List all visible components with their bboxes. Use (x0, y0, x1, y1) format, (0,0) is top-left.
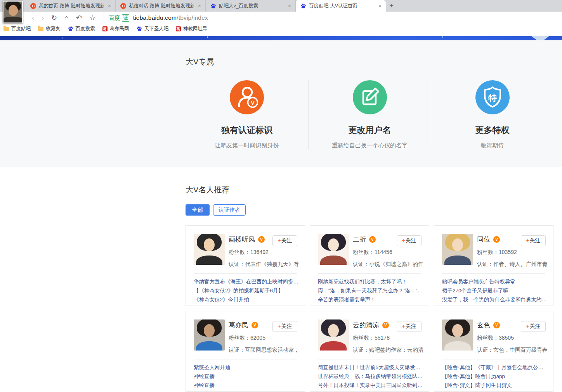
fans-count: 粉丝数：114456 (353, 249, 403, 256)
certification-text: 认证：小说《归墟之巅》的作... (353, 261, 423, 268)
fans-count: 粉丝数：136492 (229, 249, 279, 256)
post-link[interactable]: 简直是世界末日！世界前5大超级天灾爆发，灾... (318, 363, 423, 372)
follow-button[interactable]: +关注 (272, 321, 297, 332)
tab-close-icon[interactable]: × (377, 3, 383, 9)
post-link[interactable]: 刚纳新完就找我们打比赛，太坏了吧！ (318, 277, 423, 286)
avatar[interactable] (442, 234, 473, 265)
follow-button[interactable]: +关注 (521, 321, 546, 332)
filter-certified-author-button[interactable]: 认证作者 (213, 204, 246, 216)
post-link[interactable]: 【哑舍·贺文】陆子冈生日贺文 (442, 381, 547, 390)
photo-body (3, 17, 22, 22)
forward-icon[interactable]: › (42, 14, 44, 21)
post-link[interactable]: 辛苦的表演者需要掌声！ (318, 295, 423, 304)
bookmark-baidu-search[interactable]: 百度搜索 (68, 26, 95, 32)
avatar[interactable] (194, 234, 225, 265)
refresh-icon[interactable]: ↻ (51, 14, 57, 21)
plus-icon: + (402, 237, 405, 243)
plus-icon: + (402, 323, 405, 329)
fans-count: 粉丝数：103592 (477, 249, 527, 256)
fans-count: 粉丝数：55178 (353, 335, 403, 342)
divider (318, 273, 421, 274)
post-link[interactable]: 霞：“洛，如果有一天我死了怎么办？”洛：“我会... (318, 286, 423, 295)
user-name[interactable]: 画楼听风 (229, 235, 255, 244)
avatar[interactable] (318, 319, 349, 351)
bookmark-star-icon[interactable]: ☆ (89, 14, 95, 21)
tab-strip: 我的首页 微博-随时随地发现新鲜事 × 私信对话 微博-随时随地发现新鲜事 × … (0, 0, 562, 12)
fans-count: 粉丝数：38505 (477, 335, 527, 342)
browser-tab-tieba-vip-active[interactable]: 百度贴吧-大V认证首页 × (296, 0, 386, 12)
svg-text:V: V (384, 323, 387, 327)
feature-title: 独有认证标识 (186, 124, 308, 136)
avatar[interactable] (318, 234, 349, 265)
back-icon[interactable]: ‹ (32, 14, 34, 21)
browser-tab-weibo-home[interactable]: 我的首页 微博-随时随地发现新鲜事 × (26, 0, 116, 12)
undo-icon[interactable]: ↶ (76, 14, 82, 21)
feature-more-privileges: 特 更多特权 敬请期待 (431, 79, 553, 149)
follow-button[interactable]: +关注 (521, 235, 546, 246)
weibo-icon (30, 3, 36, 9)
svg-text:V: V (253, 323, 256, 327)
post-link[interactable]: 紫薇圣人网开通 (194, 363, 298, 372)
browser-tab-weibo-messages[interactable]: 私信对话 微博-随时随地发现新鲜事 × (116, 0, 206, 12)
feature-subtitle: 让吧友第一时间识别身份 (186, 142, 308, 149)
post-link[interactable]: 【哑舍·其他】《守藏》十月签售会地点公布！ (442, 363, 547, 372)
user-card: 二折 V 粉丝数：114456 认证：小说《归墟之巅》的作... +关注 刚纳新… (310, 225, 429, 306)
feature-rename: 更改用户名 重新给自己换一个心仪的名字 (308, 79, 431, 149)
filter-all-button[interactable]: 全部 (186, 204, 210, 216)
divider (318, 359, 421, 359)
certification-text: 认证：贴吧签约作家：云的清... (353, 347, 423, 354)
bookmark-geyimin[interactable]: 葛葛亦民网 (102, 26, 129, 32)
user-name[interactable]: 二折 (353, 235, 366, 244)
user-name[interactable]: 云的清凉 (353, 321, 379, 330)
baidu-paw-icon (210, 3, 216, 9)
tab-close-icon[interactable]: × (287, 3, 292, 9)
url-path: /tbvip/index (177, 14, 208, 21)
post-link[interactable]: 神经直播 (194, 381, 298, 390)
url-domain: tieba.baidu.com (133, 14, 177, 21)
certification-text: 认证：玄色，中国百万级青春... (477, 347, 547, 354)
follow-button[interactable]: +关注 (272, 235, 297, 246)
browser-tab-baidu-search[interactable]: 贴吧大v_百度搜索 × (206, 0, 296, 12)
home-icon[interactable]: ⌂ (64, 14, 69, 21)
celebrity-recommend-section: 大V名人推荐 全部 认证作者 画楼听风 V 粉丝数：13649 (0, 167, 562, 392)
plus-icon: + (278, 237, 281, 243)
post-link[interactable]: 世界杯最经典一战：马拉多纳带领阿根廷队，为... (318, 372, 423, 381)
post-link[interactable]: 神经直播 (194, 372, 298, 381)
feature-subtitle: 敬请期待 (431, 142, 553, 149)
post-link[interactable]: 号外！日本投降！实录中美日三国民众听到这个... (318, 381, 423, 390)
new-tab-button[interactable]: + (386, 0, 397, 12)
browser-profile-photo[interactable] (3, 1, 23, 23)
bookmark-tianxia-shengren[interactable]: 天下圣人吧 (137, 26, 169, 32)
post-list: 紫薇圣人网开通 神经直播 神经直播 (194, 363, 298, 390)
avatar[interactable] (194, 319, 225, 351)
address-bar[interactable]: 百度 证 tieba.baidu.com/tbvip/index (104, 13, 562, 22)
bookmark-shenjiao-nav[interactable]: 葛神教网址导 (176, 26, 208, 32)
tieba-vip-page: 大V专属 V 独有认证标识 让吧友第一时间识别身份 (0, 36, 562, 392)
post-link[interactable]: 华纳官方宣布《海王》在巴西的上映时间提档至... (194, 277, 298, 286)
weibo-icon (120, 3, 126, 9)
bookmark-favorites[interactable]: 收藏夹 (38, 26, 61, 32)
tab-close-icon[interactable]: × (107, 3, 112, 9)
follow-button[interactable]: +关注 (397, 235, 422, 246)
follow-button[interactable]: +关注 (397, 321, 422, 332)
post-link[interactable]: 贴吧会员客户端免广告特权异常 (442, 277, 547, 286)
post-link[interactable]: 裙子270个盒子又是最非了嘛 (442, 286, 547, 295)
bookmark-tieba[interactable]: 百度贴吧 (3, 26, 31, 32)
post-link[interactable]: 【《神奇女侠2》的拍摄将延期于6月】 (194, 286, 298, 295)
user-name[interactable]: 同位 (477, 235, 490, 244)
navigation-bar: ‹ › ↻ ⌂ ↶ ☆ 百度 证 tieba.baidu.com/tbvip/i… (0, 12, 562, 24)
avatar[interactable] (442, 319, 473, 351)
edit-icon (353, 80, 387, 114)
v-badge-icon: V (493, 322, 500, 328)
verified-badge: 证 (122, 14, 129, 22)
user-name[interactable]: 葛亦民 (229, 321, 248, 330)
post-link[interactable]: 没爱了，我一个男的为什么非要和白勇太约会？ (442, 295, 547, 304)
tab-close-icon[interactable]: × (197, 3, 202, 9)
user-name[interactable]: 玄色 (477, 321, 490, 330)
post-link[interactable]: 《神奇女侠2》今日开拍 (194, 295, 298, 304)
section-title: 大V名人推荐 (186, 185, 553, 195)
divider (194, 273, 297, 274)
photo-face (9, 5, 18, 16)
post-link[interactable]: 【哑舍·其他】哑舍日历app (442, 372, 547, 381)
promo-banner (0, 36, 562, 40)
